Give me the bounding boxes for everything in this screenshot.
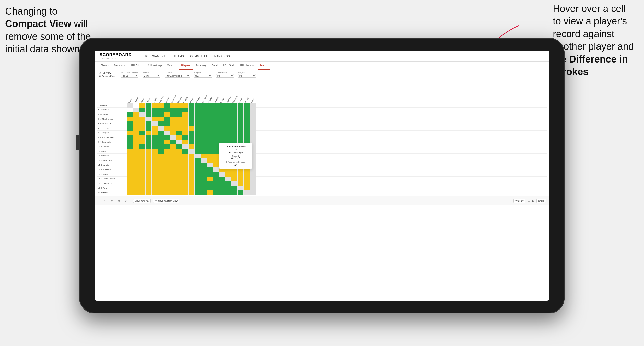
grid-cell[interactable] (133, 112, 139, 117)
grid-cell[interactable] (238, 131, 244, 135)
grid-cell[interactable] (182, 149, 189, 154)
grid-cell[interactable] (189, 131, 195, 135)
grid-cell[interactable] (133, 181, 139, 186)
grid-cell[interactable] (219, 112, 225, 117)
grid-cell[interactable] (146, 121, 152, 126)
save-custom-view-button[interactable]: 💾 Save Custom View (153, 199, 179, 203)
grid-cell[interactable] (182, 103, 189, 108)
grid-cell[interactable] (182, 140, 189, 144)
grid-cell[interactable] (146, 181, 152, 186)
grid-cell[interactable] (213, 144, 219, 149)
grid-cell[interactable] (244, 121, 250, 126)
grid-cell[interactable] (189, 186, 195, 190)
grid-cell[interactable] (207, 158, 213, 163)
grid-cell[interactable] (225, 117, 231, 121)
grid-cell[interactable] (152, 112, 158, 117)
grid-cell[interactable] (207, 135, 213, 140)
grid-cell[interactable] (201, 131, 207, 135)
grid-cell[interactable] (127, 154, 133, 158)
grid-cell[interactable] (238, 112, 244, 117)
grid-cell[interactable] (158, 181, 164, 186)
grid-cell[interactable] (201, 154, 207, 158)
grid-cell[interactable] (139, 112, 146, 117)
grid-cell[interactable] (231, 126, 238, 131)
nav-rankings[interactable]: RANKINGS (214, 55, 230, 58)
grid-cell[interactable] (244, 108, 250, 112)
grid-view-icon[interactable]: ⊞ (532, 199, 534, 202)
grid-cell[interactable] (152, 117, 158, 121)
grid-cell[interactable] (238, 108, 244, 112)
grid-cell[interactable] (170, 144, 176, 149)
grid-cell[interactable] (201, 126, 207, 131)
grid-cell[interactable] (207, 131, 213, 135)
grid-cell[interactable] (244, 186, 250, 190)
grid-cell[interactable] (189, 121, 195, 126)
grid-cell[interactable] (133, 149, 139, 154)
undo-icon[interactable]: ↩ (98, 200, 100, 202)
grid-cell[interactable] (152, 167, 158, 172)
grid-cell[interactable] (133, 186, 139, 190)
grid-cell[interactable] (164, 186, 170, 190)
grid-cell[interactable] (225, 186, 231, 190)
grid-cell[interactable] (127, 135, 133, 140)
grid-cell[interactable] (182, 177, 189, 181)
tab-teams[interactable]: Teams (99, 62, 111, 70)
grid-cell[interactable] (225, 121, 231, 126)
grid-cell[interactable] (139, 131, 146, 135)
grid-cell[interactable] (195, 140, 201, 144)
tab-matrix-1[interactable]: Matrix (164, 62, 176, 70)
grid-cell[interactable] (139, 167, 146, 172)
grid-cell[interactable] (182, 112, 189, 117)
grid-cell[interactable] (182, 131, 189, 135)
grid-cell[interactable] (189, 126, 195, 131)
grid-cell[interactable] (207, 181, 213, 186)
grid-cell[interactable] (176, 121, 182, 126)
grid-cell[interactable] (195, 186, 201, 190)
grid-cell[interactable] (133, 167, 139, 172)
grid-cell[interactable] (158, 172, 164, 177)
grid-cell[interactable] (201, 186, 207, 190)
grid-cell[interactable] (139, 163, 146, 167)
grid-cell[interactable] (182, 121, 189, 126)
grid-cell[interactable] (207, 154, 213, 158)
grid-cell[interactable] (250, 177, 256, 181)
grid-cell[interactable] (127, 144, 133, 149)
grid-cell[interactable] (195, 126, 201, 131)
grid-cell[interactable] (213, 186, 219, 190)
grid-cell[interactable] (213, 140, 219, 144)
grid-cell[interactable] (225, 112, 231, 117)
grid-cell[interactable] (158, 158, 164, 163)
grid-cell[interactable] (225, 135, 231, 140)
grid-cell[interactable] (213, 108, 219, 112)
grid-cell[interactable] (238, 103, 244, 108)
grid-cell[interactable] (152, 190, 158, 195)
grid-cell[interactable] (225, 131, 231, 135)
grid-cell[interactable] (176, 112, 182, 117)
grid-cell[interactable] (146, 144, 152, 149)
grid-cell[interactable] (250, 121, 256, 126)
grid-cell[interactable] (164, 121, 170, 126)
grid-cell[interactable] (182, 181, 189, 186)
grid-cell[interactable] (133, 172, 139, 177)
grid-cell[interactable] (127, 108, 133, 112)
grid-cell[interactable] (250, 126, 256, 131)
grid-cell[interactable] (152, 154, 158, 158)
grid-cell[interactable] (152, 144, 158, 149)
grid-cell[interactable] (182, 126, 189, 131)
grid-cell[interactable] (231, 131, 238, 135)
grid-cell[interactable] (195, 103, 201, 108)
grid-cell[interactable] (219, 117, 225, 121)
grid-cell[interactable] (139, 186, 146, 190)
grid-cell[interactable] (238, 121, 244, 126)
compact-view-radio[interactable] (99, 75, 101, 77)
grid-cell[interactable] (146, 154, 152, 158)
grid-cell[interactable] (139, 144, 146, 149)
grid-cell[interactable] (225, 126, 231, 131)
grid-cell[interactable] (213, 112, 219, 117)
grid-cell[interactable] (244, 126, 250, 131)
grid-cell[interactable] (170, 103, 176, 108)
grid-cell[interactable] (213, 190, 219, 195)
tab-detail[interactable]: Detail (209, 62, 221, 70)
tab-summary-1[interactable]: Summary (111, 62, 127, 70)
grid-cell[interactable] (164, 131, 170, 135)
